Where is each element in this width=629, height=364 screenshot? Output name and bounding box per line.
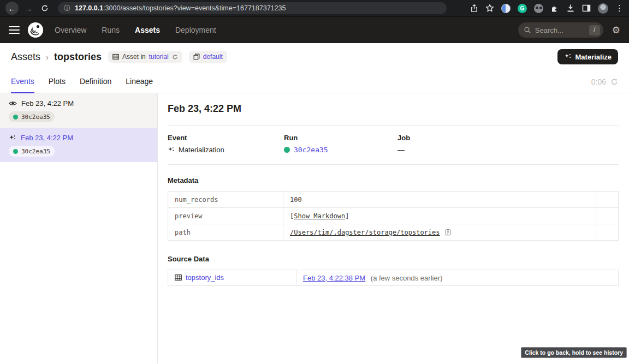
run-tag[interactable]: 30c2ea35: [9, 146, 55, 157]
global-search[interactable]: /: [518, 22, 603, 38]
metadata-key: num_records: [168, 192, 283, 208]
group-copy-icon: [193, 53, 200, 60]
run-column-label: Run: [284, 134, 397, 142]
reload-icon: [41, 4, 49, 12]
event-list-item-materialization[interactable]: Feb 23, 4:22 PM 30c2ea35: [0, 128, 157, 162]
bracket: ]: [345, 212, 349, 220]
browser-menu-icon[interactable]: ⋮: [615, 3, 624, 13]
tab-plots[interactable]: Plots: [49, 70, 66, 93]
path-link[interactable]: /Users/tim/.dagster/storage/topstories: [290, 229, 440, 236]
event-type-value: Materialization: [179, 146, 224, 154]
asset-definition-badge[interactable]: Asset in tutorial: [108, 51, 182, 63]
source-timestamp-link[interactable]: Feb 23, 4:22:38 PM: [303, 274, 365, 282]
source-timestamp-note: (a few seconds earlier): [371, 274, 443, 282]
sparkle-materialization-icon: [168, 146, 175, 153]
clock-extension-icon[interactable]: [501, 4, 511, 13]
settings-gear-icon[interactable]: ⚙: [612, 26, 620, 35]
event-detail-pane: Feb 23, 4:22 PM Event Materialization Ru…: [158, 93, 629, 363]
app-navbar: Overview Runs Assets Deployment / ⚙: [0, 17, 629, 43]
badge-group-link[interactable]: default: [203, 53, 223, 61]
refresh-icon[interactable]: [610, 78, 618, 86]
copy-clipboard-icon[interactable]: [444, 229, 452, 236]
tab-events[interactable]: Events: [11, 70, 34, 93]
metadata-value: [Show Markdown]: [283, 208, 596, 224]
reload-definition-icon[interactable]: [172, 54, 178, 60]
browser-profile-avatar[interactable]: [598, 3, 608, 14]
source-data-table: topstory_ids Feb 23, 4:22:38 PM (a few s…: [168, 270, 619, 286]
nav-link-overview[interactable]: Overview: [55, 26, 86, 34]
asset-group-badge[interactable]: default: [189, 51, 227, 63]
run-status-dot: [13, 115, 18, 120]
search-input[interactable]: [535, 26, 583, 34]
materialize-button[interactable]: Materialize: [557, 49, 618, 64]
run-status-dot: [13, 149, 18, 154]
nav-link-assets[interactable]: Assets: [135, 26, 160, 34]
source-data-heading: Source Data: [168, 255, 619, 263]
nav-link-runs[interactable]: Runs: [102, 26, 120, 34]
goggles-extension-icon[interactable]: [534, 4, 543, 13]
divider: [168, 164, 619, 165]
metadata-spacer-cell: [596, 208, 619, 224]
browser-back-button[interactable]: ←: [5, 2, 19, 15]
metadata-key: preview: [168, 208, 283, 224]
url-text: 127.0.0.1:3000/assets/topstories?view=ev…: [75, 4, 286, 12]
metadata-heading: Metadata: [168, 176, 619, 184]
dagster-logo[interactable]: [27, 22, 44, 38]
sparkle-icon: [564, 53, 572, 61]
event-detail-title: Feb 23, 4:22 PM: [168, 103, 619, 115]
hamburger-menu-icon[interactable]: [9, 26, 20, 34]
breadcrumb-chevron: ›: [46, 52, 49, 62]
show-markdown-link[interactable]: Show Markdown: [294, 212, 345, 220]
search-shortcut-badge: /: [589, 25, 600, 35]
address-bar[interactable]: ⓘ 127.0.0.1:3000/assets/topstories?view=…: [58, 2, 447, 14]
event-timestamp: Feb 23, 4:22 PM: [21, 99, 74, 108]
breadcrumb-asset-name: topstories: [54, 51, 102, 63]
browser-back-tooltip: Click to go back, hold to see history: [521, 347, 627, 358]
table-icon: [112, 53, 119, 60]
tab-definition[interactable]: Definition: [80, 70, 111, 93]
browser-forward-button[interactable]: →: [22, 2, 35, 15]
search-icon: [524, 26, 531, 34]
source-asset-link[interactable]: topstory_ids: [175, 273, 224, 282]
tab-lineage[interactable]: Lineage: [126, 70, 153, 93]
share-icon[interactable]: [470, 4, 478, 13]
event-column-label: Event: [168, 134, 284, 142]
table-row: topstory_ids Feb 23, 4:22:38 PM (a few s…: [168, 270, 619, 286]
nav-link-deployment[interactable]: Deployment: [175, 26, 216, 34]
metadata-spacer-cell: [596, 192, 619, 208]
side-panel-icon[interactable]: [582, 4, 591, 13]
bookmark-star-icon[interactable]: [485, 4, 494, 13]
table-row: path /Users/tim/.dagster/storage/topstor…: [168, 224, 619, 241]
job-value: —: [397, 146, 405, 154]
metadata-table: num_records 100 preview [Show Markdown] …: [168, 191, 619, 241]
badge-tutorial-link[interactable]: tutorial: [149, 53, 169, 61]
table-row: preview [Show Markdown]: [168, 208, 619, 224]
event-timestamp: Feb 23, 4:22 PM: [21, 134, 73, 142]
extensions-puzzle-icon[interactable]: [550, 4, 559, 13]
downloads-icon[interactable]: [566, 4, 575, 13]
table-row: num_records 100: [168, 192, 619, 208]
metadata-value: 100: [283, 192, 596, 208]
refresh-countdown: 0:06: [591, 77, 606, 86]
metadata-value: /Users/tim/.dagster/storage/topstories: [283, 224, 596, 241]
run-tag[interactable]: 30c2ea35: [9, 111, 55, 122]
asset-page-header: Assets › topstories Asset in tutorial de…: [0, 43, 629, 70]
metadata-spacer-cell: [596, 224, 619, 241]
run-id-link[interactable]: 30c2ea35: [294, 146, 328, 154]
eye-observation-icon: [9, 99, 17, 108]
badge-asset-in-label: Asset in: [122, 53, 146, 61]
browser-toolbar: ← → ⓘ 127.0.0.1:3000/assets/topstories?v…: [0, 0, 629, 17]
run-status-dot: [284, 147, 290, 153]
table-icon: [175, 274, 182, 281]
breadcrumb-assets[interactable]: Assets: [11, 51, 40, 63]
event-list-sidebar: Feb 23, 4:22 PM 30c2ea35 Feb 23, 4:22 PM…: [0, 93, 158, 363]
site-info-icon[interactable]: ⓘ: [64, 5, 70, 11]
event-list-item-observation[interactable]: Feb 23, 4:22 PM 30c2ea35: [0, 93, 157, 128]
job-column-label: Job: [397, 134, 619, 142]
sparkle-materialization-icon: [9, 134, 16, 142]
metadata-key: path: [168, 224, 283, 241]
divider: [168, 125, 619, 126]
asset-tabs: Events Plots Definition Lineage 0:06: [0, 70, 629, 93]
grammarly-extension-icon[interactable]: G: [518, 4, 527, 13]
browser-reload-button[interactable]: [38, 2, 51, 15]
